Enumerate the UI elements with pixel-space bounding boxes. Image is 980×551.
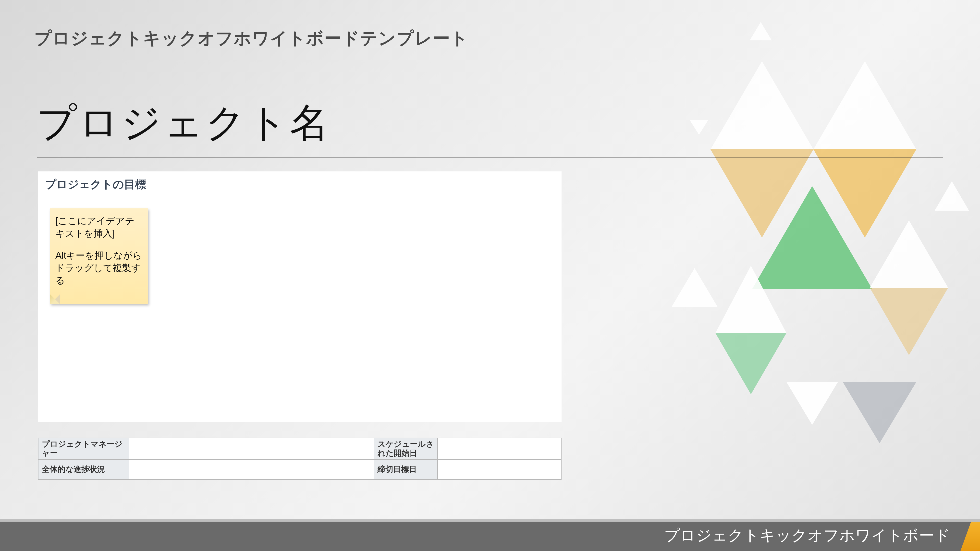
table-row: 全体的な進捗状況 締切目標日 xyxy=(38,459,561,480)
project-name-heading[interactable]: プロジェクト名 xyxy=(37,97,331,149)
triangle-icon xyxy=(715,333,786,394)
start-date-value-cell[interactable] xyxy=(438,438,561,459)
sticky-note-line1: [ここにアイデアテキストを挿入] xyxy=(56,215,143,240)
triangle-icon xyxy=(750,22,772,40)
footer-text: プロジェクトキックオフホワイトボード xyxy=(664,525,951,546)
triangle-icon xyxy=(715,266,786,333)
table-row: プロジェクトマネージャー スケジュールされた開始日 xyxy=(38,438,561,459)
triangle-icon xyxy=(870,221,948,288)
project-info-table: プロジェクトマネージャー スケジュールされた開始日 全体的な進捗状況 締切目標日 xyxy=(38,438,562,480)
footer-accent-stripe xyxy=(960,522,980,551)
goal-panel-title: プロジェクトの目標 xyxy=(45,177,146,192)
triangle-icon xyxy=(671,268,718,307)
sticky-note-line2: Altキーを押しながらドラッグして複製する xyxy=(56,249,143,287)
footer-bar: プロジェクトキックオフホワイトボード xyxy=(0,522,980,551)
goal-panel[interactable]: プロジェクトの目標 [ここにアイデアテキストを挿入] Altキーを押しながらドラ… xyxy=(38,171,562,422)
triangle-icon xyxy=(786,382,838,425)
triangle-icon xyxy=(690,120,708,135)
sticky-note[interactable]: [ここにアイデアテキストを挿入] Altキーを押しながらドラッグして複製する xyxy=(50,208,148,304)
progress-value-cell[interactable] xyxy=(129,459,374,480)
template-title: プロジェクトキックオフホワイトボードテンプレート xyxy=(34,27,468,50)
progress-label-cell: 全体的な進捗状況 xyxy=(38,459,129,480)
triangle-icon xyxy=(870,288,948,355)
pm-value-cell[interactable] xyxy=(129,438,374,459)
pm-label-cell: プロジェクトマネージャー xyxy=(38,438,129,459)
triangle-icon xyxy=(711,61,813,149)
triangle-icon xyxy=(813,61,916,149)
start-date-label-cell: スケジュールされた開始日 xyxy=(374,438,438,459)
triangle-icon xyxy=(752,186,872,289)
horizontal-rule xyxy=(37,157,943,157)
deadline-label-cell: 締切目標日 xyxy=(374,459,438,480)
triangle-icon xyxy=(843,382,916,443)
triangle-icon xyxy=(813,149,916,238)
triangle-icon xyxy=(711,149,813,238)
decorative-triangles xyxy=(539,0,980,514)
slide-canvas: プロジェクトキックオフホワイトボードテンプレート プロジェクト名 プロジェクトの… xyxy=(0,0,980,551)
deadline-value-cell[interactable] xyxy=(438,459,561,480)
triangle-icon xyxy=(935,181,969,211)
